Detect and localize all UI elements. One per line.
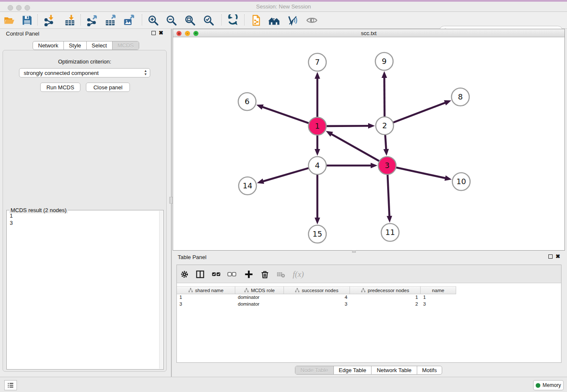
table-cell[interactable]: 3 [421, 301, 456, 308]
add-row-button[interactable] [242, 268, 255, 280]
delete-row-button[interactable] [259, 268, 271, 280]
criterion-dropdown[interactable]: strongly connected component ▲▼ [19, 68, 150, 77]
tab-edge-table[interactable]: Edge Table [333, 366, 372, 374]
table-cell[interactable]: 3 [284, 301, 350, 308]
edge-3-1[interactable] [330, 134, 379, 161]
import-table-icon [64, 14, 76, 26]
function-builder-button[interactable]: f(x) [292, 268, 305, 280]
edge-1-6[interactable] [261, 107, 309, 123]
open-network-file-button[interactable] [248, 13, 264, 28]
column-header-shared-name[interactable]: shared name [177, 286, 235, 294]
column-header-name[interactable]: name [421, 286, 456, 294]
toolbar-separator [244, 14, 245, 25]
mcds-result-text[interactable]: 1 3 [8, 212, 158, 368]
open-network-file-icon [250, 14, 262, 26]
edge-2-3[interactable] [385, 135, 386, 150]
zoom-in-button[interactable] [146, 13, 161, 28]
node-label-8: 8 [458, 92, 462, 101]
table-cell[interactable]: 3 [177, 301, 235, 308]
node-label-15: 15 [313, 229, 322, 238]
edge-3-10[interactable] [396, 167, 446, 178]
column-label: predecessor nodes [368, 288, 409, 293]
zoom-out-icon [165, 14, 177, 26]
select-all-button[interactable] [210, 268, 223, 280]
table-cell[interactable]: dominator [235, 294, 284, 301]
control-panel-buttons: ✖ [151, 31, 163, 35]
close-table-panel-icon[interactable]: ✖ [556, 254, 560, 259]
node-table-panel: f(x) shared nameMCDS rolesuccessor nodes… [176, 265, 561, 363]
float-panel-icon[interactable] [151, 31, 156, 35]
zoom-out-button[interactable] [164, 13, 179, 28]
tab-select[interactable]: Select [86, 41, 112, 50]
edge-1-2[interactable] [326, 126, 369, 126]
result-scrollbar[interactable] [159, 211, 163, 369]
export-network-icon [86, 14, 98, 26]
table-cell[interactable]: dominator [235, 301, 284, 308]
show-hide-icon [306, 14, 318, 26]
import-network-button[interactable] [42, 13, 57, 28]
network-title: scc.txt [173, 30, 564, 36]
deselect-all-button[interactable] [226, 268, 238, 280]
save-session-button[interactable] [19, 13, 35, 28]
tab-network-table[interactable]: Network Table [371, 366, 416, 374]
column-header-successor-nodes[interactable]: successor nodes [284, 286, 350, 294]
edge-2-9[interactable] [384, 77, 385, 117]
arrowhead-icon [257, 179, 264, 184]
mcds-panel: Optimization criterion: strongly connect… [3, 50, 167, 372]
export-image-button[interactable] [121, 13, 137, 28]
horizontal-splitter-grip[interactable] [352, 250, 356, 253]
zoom-fit-icon [184, 14, 196, 26]
attribute-tree-icon [244, 288, 249, 293]
column-header-predecessor-nodes[interactable]: predecessor nodes [350, 286, 421, 294]
split-view-icon [195, 270, 205, 279]
table-cell[interactable]: 1 [177, 294, 235, 301]
settings-gear-button[interactable] [178, 268, 191, 280]
table-cell[interactable]: 1 [350, 294, 421, 301]
memory-button[interactable]: Memory [533, 380, 564, 390]
table-cell[interactable]: 4 [284, 294, 350, 301]
network-graph-canvas[interactable]: 7968124314101511 [173, 37, 564, 250]
table-row[interactable]: 3dominator323 [177, 301, 561, 308]
show-hide-button[interactable] [304, 13, 319, 28]
export-table-button[interactable] [103, 13, 118, 28]
status-bar: Memory [0, 377, 567, 392]
node-label-14: 14 [243, 181, 253, 190]
function-builder-icon: f(x) [293, 270, 304, 279]
zoom-selected-button[interactable] [201, 13, 216, 28]
apply-layout-button[interactable] [225, 13, 240, 28]
list-icon [7, 382, 14, 389]
graphics-details-button[interactable] [285, 13, 300, 28]
table-cell[interactable]: 2 [350, 301, 421, 308]
split-view-button[interactable] [194, 268, 206, 280]
edge-3-11[interactable] [388, 174, 389, 217]
run-mcds-button[interactable]: Run MCDS [40, 83, 80, 92]
network-window-titlebar[interactable]: x - + scc.txt [173, 29, 564, 37]
table-header-row: shared nameMCDS rolesuccessor nodesprede… [177, 286, 561, 294]
node-label-9: 9 [382, 57, 386, 66]
export-network-button[interactable] [85, 13, 100, 28]
toolbar-separator [80, 14, 81, 25]
column-header-MCDS-role[interactable]: MCDS role [235, 286, 284, 294]
table-panel-buttons: ✖ [548, 254, 560, 259]
zoom-fit-button[interactable] [182, 13, 198, 28]
select-all-icon [212, 270, 221, 279]
task-history-button[interactable] [4, 380, 17, 390]
table-row[interactable]: 1dominator411 [177, 294, 561, 301]
tab-node-table[interactable]: Node Table [295, 366, 333, 374]
delete-table-button[interactable] [275, 268, 287, 280]
open-session-button[interactable] [2, 13, 17, 28]
float-table-panel-icon[interactable] [548, 254, 553, 259]
table-cell[interactable]: 1 [421, 294, 456, 301]
home-neighbors-button[interactable] [267, 13, 282, 28]
close-panel-icon[interactable]: ✖ [159, 31, 163, 35]
tab-style[interactable]: Style [63, 41, 86, 50]
toolbar-separator [221, 14, 222, 25]
import-table-button[interactable] [62, 13, 77, 28]
tab-motifs[interactable]: Motifs [417, 366, 442, 374]
edge-2-8[interactable] [393, 102, 446, 123]
tab-mcds[interactable]: MCDS [112, 41, 139, 50]
tab-network[interactable]: Network [33, 41, 63, 50]
settings-gear-icon [180, 270, 189, 279]
close-panel-button[interactable]: Close panel [86, 83, 130, 92]
edge-4-14[interactable] [262, 168, 309, 182]
